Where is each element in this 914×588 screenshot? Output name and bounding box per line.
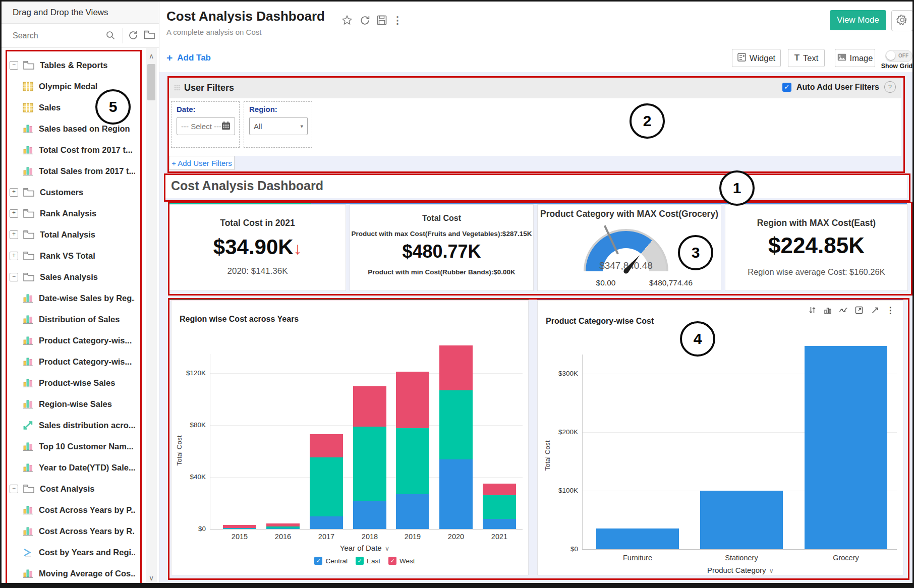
tree-item[interactable]: Top 10 Customer Nam... [10, 436, 135, 457]
tree-expander-icon[interactable]: + [10, 252, 18, 260]
tree-expander-icon[interactable]: − [10, 61, 18, 70]
tree-item[interactable]: Date-wise Sales by Reg... [10, 287, 135, 309]
tree-item[interactable]: −Sales Analysis [10, 266, 135, 287]
bar-segment-east-2015[interactable] [223, 528, 256, 529]
bar-segment-west-2018[interactable] [353, 386, 386, 427]
bar-segment-central-2015[interactable] [223, 528, 256, 529]
bar-stationery[interactable] [700, 491, 783, 549]
save-icon[interactable] [375, 14, 388, 27]
scroll-up-icon[interactable]: ∧ [146, 49, 157, 63]
tree-item[interactable]: Total Cost from 2017 t... [10, 139, 135, 160]
tree-item[interactable]: Cost Across Years by P... [10, 499, 135, 520]
tree-item[interactable]: Total Sales from 2017 t... [10, 160, 135, 182]
widget-accent-strip [537, 299, 903, 300]
bar-segment-east-2021[interactable] [483, 495, 516, 519]
text-button[interactable]: T Text [788, 49, 825, 67]
refresh-icon[interactable] [128, 30, 139, 43]
bar-segment-east-2016[interactable] [266, 526, 300, 528]
bar-segment-central-2017[interactable] [310, 516, 343, 529]
bar-segment-east-2020[interactable] [439, 390, 473, 460]
bar-segment-west-2020[interactable] [439, 345, 473, 390]
tree-item[interactable]: +Rank VS Total [10, 245, 135, 266]
add-tab-button[interactable]: + Add Tab [166, 52, 211, 64]
bar-furniture[interactable] [596, 528, 679, 549]
tree-item[interactable]: +Total Analysis [10, 224, 135, 245]
tree-item-label: Customers [40, 188, 83, 197]
region-select[interactable]: All ▾ [249, 117, 308, 135]
settings-button[interactable] [891, 10, 913, 31]
kpi-card-region-max[interactable]: Region with MAX Cost(East) $224.85K Regi… [725, 204, 908, 291]
annotation-circle-3: 3 [678, 235, 713, 270]
tree-item[interactable]: Region-wise Sales [10, 393, 135, 415]
drag-handle-icon[interactable] [174, 84, 180, 93]
refresh-icon[interactable] [358, 14, 371, 27]
tree-item[interactable]: Year to Date(YTD) Sale... [10, 457, 135, 478]
tree-item-label: Top 10 Customer Nam... [39, 442, 134, 451]
image-button[interactable]: Image [835, 49, 875, 67]
bar-segment-central-2019[interactable] [396, 494, 429, 529]
bar-segment-central-2020[interactable] [439, 459, 473, 529]
scroll-down-icon[interactable]: ∨ [146, 571, 157, 584]
toggle-knob [886, 51, 895, 60]
kpi-card-total-cost-2021[interactable]: Total Cost in 2021 $34.90K↓ 2020: $141.3… [169, 204, 346, 291]
page-title: Cost Analysis Dashboard [166, 9, 325, 24]
tree-item[interactable]: Product Category-wis... [10, 351, 135, 372]
tree-item[interactable]: −Tables & Reports [10, 54, 135, 76]
bar-segment-west-2019[interactable] [396, 372, 429, 428]
x-axis-label[interactable]: Year of Date∨ [210, 544, 520, 552]
image-icon [837, 53, 846, 63]
help-icon[interactable]: ? [884, 81, 896, 93]
tree-item[interactable]: Sales distribution acro... [10, 415, 135, 436]
bar-segment-west-2017[interactable] [310, 434, 343, 457]
tree-item[interactable]: −Cost Analysis [10, 478, 135, 499]
tree-item[interactable]: Product Category-wis... [10, 330, 135, 351]
bar-segment-central-2018[interactable] [353, 501, 386, 529]
trend-down-icon: ↓ [294, 239, 302, 258]
scrollbar-thumb[interactable] [147, 64, 155, 100]
tree-item[interactable]: Product-wise Sales [10, 372, 135, 393]
star-icon[interactable] [340, 14, 354, 27]
legend-item-west[interactable]: ✓West [388, 557, 415, 565]
legend-item-central[interactable]: ✓Central [314, 557, 348, 565]
tree-expander-icon[interactable]: + [10, 188, 18, 197]
right-chart-card[interactable]: ⋮ Product Category-wise Cost Total Cost … [537, 300, 903, 575]
date-select-input[interactable]: --- Select --- [177, 117, 235, 135]
bar-segment-central-2021[interactable] [483, 519, 516, 529]
more-vertical-icon[interactable]: ⋮ [391, 14, 404, 27]
tree-item[interactable]: Distribution of Sales [10, 309, 135, 330]
bar-segment-east-2019[interactable] [396, 428, 429, 494]
view-mode-button[interactable]: View Mode [830, 10, 886, 30]
tree-item[interactable]: +Customers [10, 182, 135, 203]
bar-segment-east-2017[interactable] [310, 457, 343, 516]
bar-segment-east-2018[interactable] [353, 427, 386, 501]
tree-item-label: Date-wise Sales by Reg... [39, 293, 135, 303]
tree-expander-icon[interactable]: + [10, 230, 18, 239]
tree-item[interactable]: +Rank Analysis [10, 203, 135, 224]
tree-expander-icon[interactable]: − [10, 485, 18, 493]
bar-segment-central-2016[interactable] [266, 528, 300, 529]
x-axis-label[interactable]: Product Category∨ [582, 566, 899, 574]
legend-item-east[interactable]: ✓East [356, 557, 380, 565]
bar-segment-west-2021[interactable] [483, 484, 516, 495]
tree-item[interactable]: Moving Average of Cos... [10, 563, 135, 584]
tree-item[interactable]: Cost by Years and Regi... [10, 542, 135, 563]
sidebar-scrollbar[interactable] [146, 48, 157, 583]
widget-button[interactable]: Widget [732, 49, 781, 67]
bar-grocery[interactable] [805, 346, 887, 549]
bar-segment-west-2016[interactable] [266, 523, 300, 526]
tree-expander-icon[interactable]: − [10, 273, 18, 281]
left-chart-card[interactable]: Region wise Cost across Years Total Cost… [171, 300, 529, 575]
tree-item-label: Moving Average of Cos... [39, 569, 135, 578]
bar-segment-west-2015[interactable] [223, 525, 256, 528]
tree-expander-icon[interactable]: + [10, 209, 18, 218]
folder-icon[interactable] [144, 30, 155, 42]
bar-chart-icon [22, 145, 34, 155]
kpi-card-total-cost[interactable]: Total Cost Product with max Cost(Fruits … [350, 204, 534, 291]
show-grid-toggle[interactable]: OFF [885, 50, 912, 62]
tree-item[interactable]: Cost Across Years by R... [10, 520, 135, 542]
search-input[interactable] [12, 28, 102, 43]
add-user-filters-button[interactable]: + Add User Filters [169, 156, 235, 170]
tree-item-label: Sales [39, 103, 61, 112]
auto-add-checkbox[interactable]: ✓ [782, 83, 791, 92]
tree-item-label: Sales Analysis [40, 272, 98, 282]
